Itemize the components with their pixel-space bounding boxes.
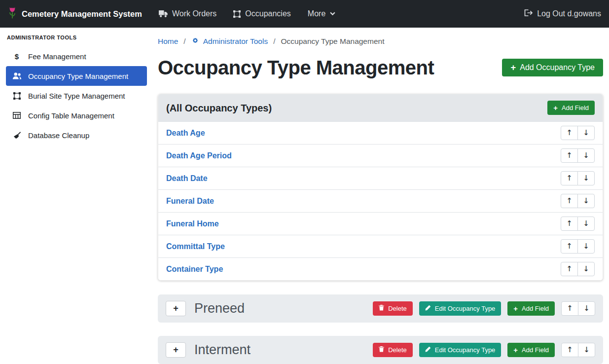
move-down-button[interactable]: ↓ (577, 239, 595, 254)
arrow-up-icon: ↑ (567, 305, 573, 312)
move-up-button[interactable]: ↑ (561, 343, 578, 357)
field-link[interactable]: Death Age Period (166, 151, 232, 160)
move-down-button[interactable]: ↓ (578, 301, 595, 316)
nav-work-orders[interactable]: Work Orders (159, 9, 216, 18)
add-occupancy-type-button[interactable]: + Add Occupancy Type (502, 59, 603, 76)
sidebar-item-config-table-management[interactable]: Config Table Management (6, 106, 147, 125)
chevron-down-icon (330, 12, 335, 16)
arrow-up-icon: ↑ (566, 220, 573, 227)
delete-button[interactable]: Delete (373, 301, 413, 316)
users-icon (12, 73, 22, 79)
reorder-group: ↑ ↓ (561, 343, 595, 357)
move-up-button[interactable]: ↑ (561, 126, 578, 140)
move-up-button[interactable]: ↑ (561, 194, 578, 208)
breadcrumb-separator: / (273, 37, 275, 46)
page-header: Occupancy Type Management + Add Occupanc… (158, 54, 603, 81)
field-link[interactable]: Death Date (166, 174, 208, 183)
page-title: Occupancy Type Management (158, 54, 434, 81)
logout-label: Log Out d.gowans (537, 9, 601, 18)
move-down-button[interactable]: ↓ (577, 217, 595, 231)
nav-occupancies[interactable]: Occupancies (233, 9, 291, 18)
arrow-up-icon: ↑ (567, 346, 573, 354)
move-up-button[interactable]: ↑ (561, 239, 578, 254)
vector-square-icon (233, 10, 241, 18)
nav-work-orders-label: Work Orders (172, 9, 216, 18)
all-occupancy-types-header: (All Occupancy Types) + Add Field (158, 94, 603, 121)
move-down-button[interactable]: ↓ (577, 148, 595, 163)
sidebar-item-occupancy-type-management[interactable]: Occupancy Type Management (6, 66, 147, 86)
occupancy-type-section-preneed: + Preneed Delete (158, 294, 603, 323)
field-row: Funeral Home ↑ ↓ (158, 212, 603, 235)
plus-icon: + (173, 345, 179, 355)
reorder-group: ↑ ↓ (561, 262, 595, 276)
field-link[interactable]: Container Type (166, 265, 223, 274)
move-down-button[interactable]: ↓ (578, 343, 595, 357)
plus-icon: + (553, 105, 558, 111)
move-up-button[interactable]: ↑ (561, 217, 578, 231)
arrow-down-icon: ↓ (583, 129, 589, 137)
add-field-label: Add Field (522, 346, 549, 354)
move-up-button[interactable]: ↑ (561, 148, 578, 163)
field-link[interactable]: Death Age (166, 129, 205, 138)
plus-icon: + (513, 305, 518, 312)
breadcrumb-separator: / (183, 37, 185, 46)
delete-label: Delete (388, 346, 407, 354)
arrow-up-icon: ↑ (566, 175, 573, 182)
broom-icon (12, 132, 22, 139)
arrow-down-icon: ↓ (583, 265, 589, 273)
logout-link[interactable]: Log Out d.gowans (524, 9, 601, 18)
arrow-up-icon: ↑ (566, 129, 573, 137)
occupancy-type-section-interment: + Interment Delete (158, 336, 603, 364)
edit-occupancy-type-label: Edit Occupancy Type (435, 305, 496, 312)
reorder-group: ↑ ↓ (561, 194, 595, 208)
breadcrumb-home-link[interactable]: Home (158, 37, 178, 46)
breadcrumb-admin-tools-link[interactable]: Administrator Tools (191, 36, 268, 46)
nav-more[interactable]: More (308, 9, 335, 18)
field-link[interactable]: Funeral Date (166, 197, 214, 206)
arrow-down-icon: ↓ (583, 243, 589, 250)
field-row: Death Date ↑ ↓ (158, 167, 603, 189)
sidebar-heading: Administrator Tools (7, 35, 147, 40)
add-occupancy-type-label: Add Occupancy Type (520, 63, 595, 72)
sidebar-item-label: Database Cleanup (28, 131, 89, 140)
field-link[interactable]: Committal Type (166, 242, 225, 251)
expand-button[interactable]: + (166, 301, 186, 316)
move-down-button[interactable]: ↓ (577, 171, 595, 185)
trash-icon (379, 346, 384, 354)
field-row: Death Age ↑ ↓ (158, 121, 603, 144)
table-icon (12, 112, 22, 119)
move-up-button[interactable]: ↑ (561, 262, 578, 276)
burial-site-icon (12, 92, 22, 100)
flower-logo-icon (8, 6, 17, 21)
sidebar-item-fee-management[interactable]: $ Fee Management (6, 46, 147, 66)
move-down-button[interactable]: ↓ (577, 126, 595, 140)
plus-icon: + (513, 347, 518, 353)
trash-icon (379, 305, 384, 312)
move-up-button[interactable]: ↑ (561, 171, 578, 185)
pencil-icon (425, 305, 431, 312)
delete-button[interactable]: Delete (373, 343, 413, 357)
move-down-button[interactable]: ↓ (577, 194, 595, 208)
breadcrumb-current: Occupancy Type Management (281, 37, 385, 46)
add-field-button[interactable]: + Add Field (507, 301, 555, 316)
app-brand[interactable]: Cemetery Management System (8, 6, 142, 21)
move-down-button[interactable]: ↓ (577, 262, 595, 276)
edit-occupancy-type-label: Edit Occupancy Type (435, 346, 496, 354)
move-up-button[interactable]: ↑ (561, 301, 578, 316)
arrow-down-icon: ↓ (583, 152, 589, 159)
expand-button[interactable]: + (166, 342, 186, 358)
reorder-group: ↑ ↓ (561, 239, 595, 254)
sidebar-item-database-cleanup[interactable]: Database Cleanup (6, 125, 147, 145)
arrow-up-icon: ↑ (566, 197, 573, 205)
reorder-group: ↑ ↓ (561, 171, 595, 185)
field-row: Container Type ↑ ↓ (158, 257, 603, 280)
edit-occupancy-type-button[interactable]: Edit Occupancy Type (419, 301, 502, 316)
sidebar-item-label: Occupancy Type Management (28, 72, 128, 80)
arrow-up-icon: ↑ (566, 243, 573, 250)
add-field-button[interactable]: + Add Field (547, 101, 595, 115)
add-field-button[interactable]: + Add Field (507, 343, 555, 357)
edit-occupancy-type-button[interactable]: Edit Occupancy Type (419, 343, 502, 357)
sidebar-item-burial-site-type-management[interactable]: Burial Site Type Management (6, 86, 147, 106)
field-link[interactable]: Funeral Home (166, 219, 219, 228)
nav-more-label: More (308, 9, 325, 18)
